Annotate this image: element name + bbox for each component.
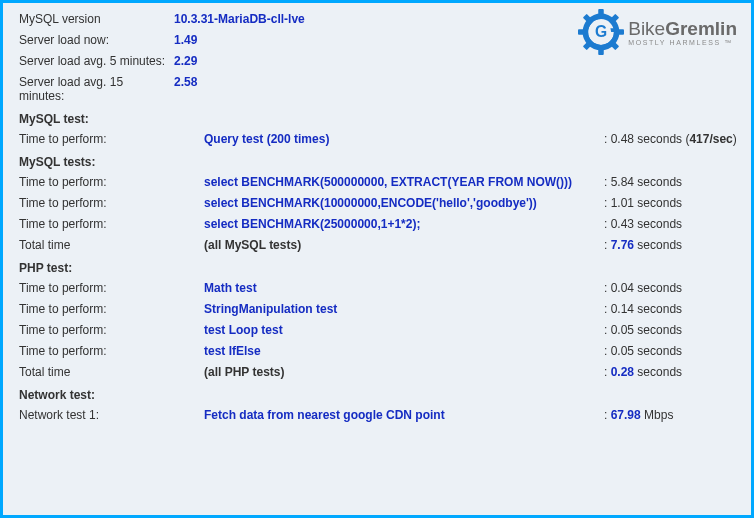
section-heading-mysql-test: MySQL test: [19, 107, 741, 129]
stat-value: 10.3.31-MariaDB-cll-lve [174, 12, 604, 26]
stat-value: 2.29 [174, 54, 604, 68]
stat-label: Server load avg. 5 minutes: [19, 54, 174, 68]
row-result: : 0.48 seconds (417/sec) [604, 132, 741, 146]
row-desc: Fetch data from nearest google CDN point [204, 408, 604, 422]
row-result: : 0.05 seconds [604, 344, 741, 358]
row-label: Time to perform: [19, 196, 204, 210]
row-label: Time to perform: [19, 281, 204, 295]
row-desc: Query test (200 times) [204, 132, 604, 146]
result-row: Time to perform: select BENCHMARK(500000… [19, 172, 741, 193]
section-heading-mysql-tests: MySQL tests: [19, 150, 741, 172]
svg-text:G: G [595, 23, 607, 40]
brand-tagline: MOSTLY HARMLESS ™ [628, 39, 737, 46]
row-label: Total time [19, 238, 204, 252]
row-result: : 0.14 seconds [604, 302, 741, 316]
row-label: Time to perform: [19, 323, 204, 337]
result-row: Time to perform: select BENCHMARK(100000… [19, 193, 741, 214]
row-desc: select BENCHMARK(10000000,ENCODE('hello'… [204, 196, 604, 210]
section-heading-php-test: PHP test: [19, 256, 741, 278]
row-label: Time to perform: [19, 132, 204, 146]
row-desc: test Loop test [204, 323, 604, 337]
row-desc: StringManipulation test [204, 302, 604, 316]
result-row: Time to perform: select BENCHMARK(250000… [19, 214, 741, 235]
row-result: : 0.43 seconds [604, 217, 741, 231]
stat-value: 1.49 [174, 33, 604, 47]
row-result: : 67.98 Mbps [604, 408, 741, 422]
total-row: Total time (all MySQL tests) : 7.76 seco… [19, 235, 741, 256]
result-row: Time to perform: StringManipulation test… [19, 299, 741, 320]
row-label: Time to perform: [19, 175, 204, 189]
result-row: Time to perform: test IfElse : 0.05 seco… [19, 341, 741, 362]
gear-icon: G [578, 9, 624, 55]
row-label: Time to perform: [19, 217, 204, 231]
row-result: : 5.84 seconds [604, 175, 741, 189]
row-desc: Math test [204, 281, 604, 295]
row-result: : 0.05 seconds [604, 323, 741, 337]
section-heading-network-test: Network test: [19, 383, 741, 405]
result-row: Time to perform: test Loop test : 0.05 s… [19, 320, 741, 341]
stat-label: Server load avg. 15 minutes: [19, 75, 174, 103]
stat-label: Server load now: [19, 33, 174, 47]
row-desc: (all PHP tests) [204, 365, 604, 379]
stat-row: Server load avg. 15 minutes: 2.58 [19, 72, 741, 107]
row-result: : 0.04 seconds [604, 281, 741, 295]
stat-label: MySQL version [19, 12, 174, 26]
row-label: Time to perform: [19, 344, 204, 358]
brand-name: BikeGremlin [628, 19, 737, 38]
result-row: Time to perform: Query test (200 times) … [19, 129, 741, 150]
row-label: Network test 1: [19, 408, 204, 422]
row-desc: select BENCHMARK(25000000,1+1*2); [204, 217, 604, 231]
total-row: Total time (all PHP tests) : 0.28 second… [19, 362, 741, 383]
row-result: : 0.28 seconds [604, 365, 741, 379]
row-desc: select BENCHMARK(500000000, EXTRACT(YEAR… [204, 175, 604, 189]
row-label: Total time [19, 365, 204, 379]
row-result: : 7.76 seconds [604, 238, 741, 252]
report-content: MySQL version 10.3.31-MariaDB-cll-lve Se… [3, 3, 751, 434]
row-result: : 1.01 seconds [604, 196, 741, 210]
result-row: Network test 1: Fetch data from nearest … [19, 405, 741, 426]
stat-value: 2.58 [174, 75, 604, 89]
row-label: Time to perform: [19, 302, 204, 316]
result-row: Time to perform: Math test : 0.04 second… [19, 278, 741, 299]
brand-logo: G BikeGremlin MOSTLY HARMLESS ™ [578, 9, 737, 55]
row-desc: (all MySQL tests) [204, 238, 604, 252]
row-desc: test IfElse [204, 344, 604, 358]
